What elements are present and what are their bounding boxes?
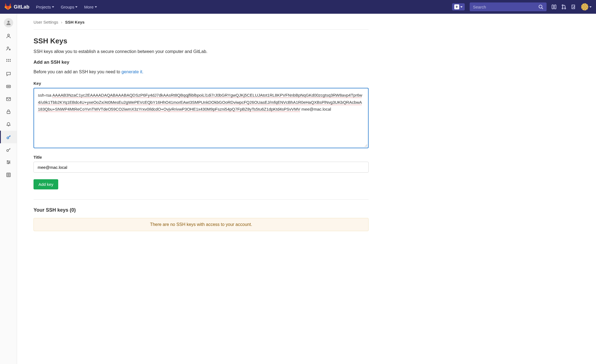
generate-link[interactable]: generate it.	[121, 69, 143, 74]
svg-point-23	[7, 137, 9, 139]
gitlab-icon	[4, 3, 12, 10]
lock-icon	[6, 109, 11, 114]
new-dropdown[interactable]: +	[452, 3, 465, 10]
sidebar-item-ssh-keys[interactable]	[0, 131, 17, 143]
svg-rect-14	[6, 61, 7, 61]
empty-keys-banner: There are no SSH keys with access to you…	[34, 218, 369, 231]
title-label: Title	[34, 155, 369, 159]
chevron-down-icon	[460, 6, 463, 8]
key-textarea[interactable]: ssh-rsa AAAAB3NzaC1yc2EAAAADAQABAAABAQDS…	[34, 88, 369, 148]
user-gear-icon	[6, 46, 11, 51]
sidebar-item-notifications[interactable]	[0, 118, 17, 131]
nav-more[interactable]: More	[84, 5, 97, 9]
chevron-down-icon	[95, 6, 97, 8]
nav-projects[interactable]: Projects	[36, 5, 54, 9]
breadcrumb: User Settings › SSH Keys	[34, 20, 369, 30]
chat-icon	[6, 71, 11, 76]
svg-rect-11	[6, 59, 7, 60]
breadcrumb-current: SSH Keys	[65, 20, 85, 24]
list-icon	[6, 172, 11, 177]
svg-point-19	[8, 86, 9, 87]
navbar-left: GitLab Projects Groups More	[4, 3, 97, 10]
breadcrumb-parent[interactable]: User Settings	[34, 20, 58, 24]
sidebar-item-emails[interactable]	[0, 93, 17, 105]
svg-rect-16	[10, 61, 10, 61]
svg-rect-22	[7, 111, 10, 114]
user-icon	[6, 33, 11, 38]
issues-icon[interactable]	[552, 4, 556, 9]
top-navbar: GitLab Projects Groups More +	[0, 0, 596, 14]
sidebar-item-applications[interactable]	[0, 55, 17, 68]
brand-logo[interactable]: GitLab	[4, 3, 29, 10]
svg-point-18	[7, 86, 8, 87]
main-content: User Settings › SSH Keys SSH Keys SSH ke…	[17, 14, 385, 364]
chevron-down-icon	[75, 6, 77, 8]
chevron-down-icon	[589, 6, 592, 8]
sliders-icon	[6, 160, 11, 165]
svg-point-5	[562, 8, 563, 9]
grid-icon	[6, 59, 11, 64]
svg-point-0	[539, 5, 542, 8]
plus-icon: +	[454, 4, 459, 9]
search-box[interactable]	[470, 2, 547, 11]
search-icon	[538, 4, 543, 9]
dots-box-icon	[6, 84, 11, 89]
svg-rect-12	[8, 59, 9, 60]
sidebar-item-preferences[interactable]	[0, 156, 17, 169]
svg-point-24	[7, 150, 9, 152]
add-key-heading: Add an SSH key	[34, 60, 369, 65]
avatar	[581, 3, 588, 10]
chevron-down-icon	[52, 6, 54, 8]
page-body: User Settings › SSH Keys SSH Keys SSH ke…	[0, 14, 596, 364]
todos-icon[interactable]	[571, 4, 576, 9]
search-input[interactable]	[473, 5, 538, 9]
svg-point-8	[7, 34, 9, 36]
bell-icon	[6, 122, 11, 127]
brand-name: GitLab	[14, 4, 29, 10]
sidebar-item-access-tokens[interactable]	[0, 80, 17, 93]
sidebar-item-active-sessions[interactable]	[0, 169, 17, 181]
svg-point-30	[8, 163, 9, 164]
sidebar-profile-avatar[interactable]	[4, 18, 13, 27]
key-icon	[6, 135, 11, 139]
sidebar-item-account[interactable]	[0, 42, 17, 55]
key-solid-icon	[6, 147, 11, 152]
title-input[interactable]	[34, 162, 369, 173]
divider	[34, 199, 369, 200]
merge-requests-icon[interactable]	[561, 4, 566, 9]
sidebar-item-gpg-keys[interactable]	[0, 143, 17, 156]
add-key-button[interactable]: Add key	[34, 179, 58, 189]
sidebar-item-profile[interactable]	[0, 30, 17, 42]
svg-point-6	[564, 8, 566, 9]
generate-hint: Before you can add an SSH key you need t…	[34, 69, 369, 74]
svg-point-28	[7, 161, 8, 161]
svg-rect-13	[10, 59, 10, 60]
svg-point-20	[9, 86, 10, 87]
settings-sidebar	[0, 14, 17, 364]
user-menu[interactable]	[581, 3, 592, 10]
svg-point-10	[9, 49, 10, 50]
page-intro: SSH keys allow you to establish a secure…	[34, 49, 369, 54]
nav-groups[interactable]: Groups	[61, 5, 77, 9]
key-label: Key	[34, 81, 369, 86]
page-title: SSH Keys	[34, 37, 369, 45]
your-keys-heading: Your SSH keys (0)	[34, 207, 369, 213]
sidebar-item-chat[interactable]	[0, 68, 17, 80]
key-textarea-wrap: ssh-rsa AAAAB3NzaC1yc2EAAAADAQABAAABAQDS…	[34, 88, 369, 148]
sidebar-item-password[interactable]	[0, 105, 17, 118]
svg-rect-3	[555, 5, 556, 9]
mail-icon	[6, 97, 11, 102]
svg-line-1	[542, 8, 543, 9]
navbar-right: +	[452, 2, 592, 11]
svg-point-7	[7, 21, 9, 23]
svg-point-29	[9, 162, 10, 163]
svg-point-4	[562, 5, 563, 6]
svg-rect-15	[8, 61, 9, 61]
chevron-right-icon: ›	[61, 20, 62, 24]
svg-rect-2	[552, 5, 554, 9]
svg-point-9	[7, 47, 9, 49]
